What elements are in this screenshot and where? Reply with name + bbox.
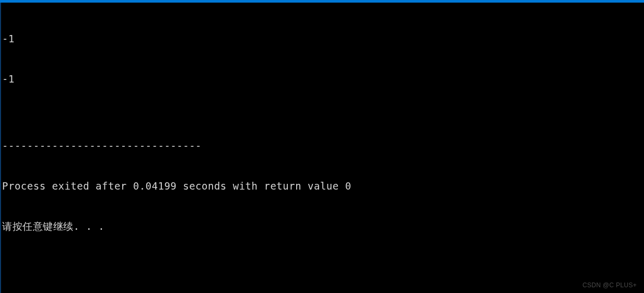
terminal-output[interactable]: -1 -1 -------------------------------- P… — [0, 3, 644, 247]
window-left-border — [0, 3, 1, 293]
output-separator-line: -------------------------------- — [2, 139, 644, 153]
output-line: -1 — [2, 73, 644, 86]
csdn-watermark: CSDN @C PLUS+ — [582, 282, 637, 289]
output-line: -1 — [2, 32, 644, 46]
press-any-key-prompt: 请按任意键继续. . . — [2, 220, 644, 233]
process-exit-message: Process exited after 0.04199 seconds wit… — [2, 180, 644, 193]
